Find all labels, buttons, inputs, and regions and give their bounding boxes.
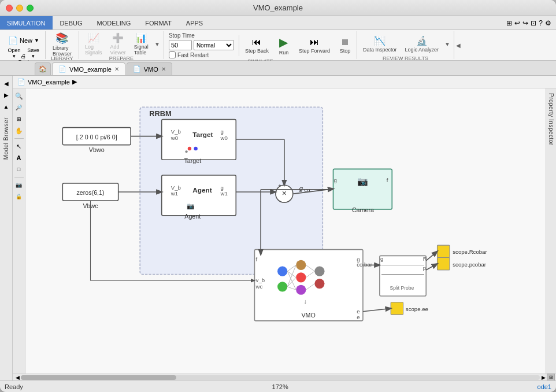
svg-text:f: f xyxy=(256,256,258,262)
svg-rect-70 xyxy=(438,245,450,257)
help-button[interactable]: ? xyxy=(539,19,543,27)
menu-item-format[interactable]: FORMAT xyxy=(138,16,179,29)
add-viewer-button[interactable]: ➕ AddViewer xyxy=(106,32,129,56)
breadcrumb-path[interactable]: VMO_example xyxy=(28,79,70,86)
svg-point-42 xyxy=(296,285,306,295)
svg-point-41 xyxy=(296,272,306,282)
solver-label[interactable]: ode1 xyxy=(538,383,551,390)
save-button[interactable]: Save▾ xyxy=(24,49,42,58)
menu-bar: SIMULATION DEBUG MODELING FORMAT APPS ⊞ … xyxy=(0,16,556,30)
menu-item-simulation[interactable]: SIMULATION xyxy=(0,16,53,29)
prepare-expand[interactable]: ▼ xyxy=(153,41,161,47)
breadcrumb: 📄 VMO_example ▶ xyxy=(13,76,556,88)
svg-text:V_b: V_b xyxy=(171,128,181,135)
svg-point-44 xyxy=(314,279,324,289)
photo-tool[interactable]: 📷 xyxy=(14,180,24,190)
run-button[interactable]: ▶ Run xyxy=(275,34,293,57)
logic-analyzer-button[interactable]: 🔬 Logic Analyzer xyxy=(401,32,442,56)
svg-text:Vbwo: Vbwo xyxy=(89,146,105,153)
tab-vmo-example[interactable]: 📄 VMO_example ✕ xyxy=(52,62,125,75)
titlebar: VMO_example xyxy=(0,0,556,16)
step-back-button[interactable]: ⏮ Step Back xyxy=(242,34,272,57)
toolbar-icon-2[interactable]: ⊡ xyxy=(531,19,536,27)
stop-time-input[interactable] xyxy=(169,40,192,50)
svg-text:w0: w0 xyxy=(220,135,228,141)
svg-text:w1: w1 xyxy=(170,190,178,197)
main-area: ◀ ▶ ▲ Model Browser 📄 VMO_example ▶ 🔍 🔎 … xyxy=(0,76,556,380)
fit-view-tool[interactable]: ⊞ xyxy=(14,114,24,124)
svg-text:Agent: Agent xyxy=(184,213,201,220)
nav-up-button[interactable]: ▲ xyxy=(1,101,12,112)
undo-button[interactable]: ↩ xyxy=(514,19,520,27)
redo-button[interactable]: ↪ xyxy=(522,19,528,27)
main-window: VMO_example SIMULATION DEBUG MODELING FO… xyxy=(0,0,556,392)
svg-text:V_b: V_b xyxy=(171,184,181,191)
step-forward-button[interactable]: ⏭ Step Forward xyxy=(295,34,333,57)
stop-button[interactable]: ⏹ Stop xyxy=(336,34,354,57)
log-signals-button[interactable]: 📈 LogSignals xyxy=(81,32,106,56)
pan-tool[interactable]: ✋ xyxy=(14,125,24,136)
new-button[interactable]: 📄 New ▼ xyxy=(5,32,43,49)
diagram-canvas[interactable]: RRBM [.2 0 0 0 pi/6 0] Vbwo zeros(6,1) V… xyxy=(25,88,546,373)
svg-point-17 xyxy=(194,147,197,150)
home-icon-tab[interactable]: 🏠 xyxy=(35,62,51,75)
ready-status: Ready xyxy=(5,383,23,390)
stop-time-label: Stop Time xyxy=(169,32,234,39)
zoom-level: 172% xyxy=(23,383,538,390)
toolbar-collapse[interactable]: ◀ xyxy=(454,31,462,59)
svg-text:scope.pcobar: scope.pcobar xyxy=(453,261,487,268)
svg-point-38 xyxy=(277,267,287,276)
library-browser-button[interactable]: 📚 LibraryBrowser xyxy=(49,32,75,56)
model-browser-label: Model Browser xyxy=(3,117,9,160)
nav-fwd-button[interactable]: ▶ xyxy=(1,90,12,100)
lock-tool[interactable]: 🔒 xyxy=(14,191,24,202)
svg-point-16 xyxy=(188,147,191,150)
svg-text:g: g xyxy=(221,184,224,191)
annotation-tool[interactable]: □ xyxy=(14,164,24,175)
svg-text:wc: wc xyxy=(255,283,263,290)
menu-item-modeling[interactable]: MODELING xyxy=(90,16,139,29)
breadcrumb-icon: 📄 xyxy=(17,78,25,86)
tab-vmo-close[interactable]: ✕ xyxy=(161,66,166,72)
scroll-track[interactable] xyxy=(21,375,540,380)
minimize-button[interactable] xyxy=(16,5,23,12)
review-expand[interactable]: ▼ xyxy=(443,41,451,47)
svg-text:co,bar: co,bar xyxy=(357,261,373,268)
scroll-left-button[interactable]: ◀ xyxy=(14,375,21,380)
svg-text:[.2 0 0 0 pi/6 0]: [.2 0 0 0 pi/6 0] xyxy=(76,134,117,140)
tab-vmo[interactable]: 📄 VMO ✕ xyxy=(127,62,172,75)
bottom-scrollbar[interactable]: ◀ ▶ ⊞ xyxy=(13,373,556,380)
scroll-corner[interactable]: ⊞ xyxy=(547,373,555,381)
svg-text:g: g xyxy=(221,128,224,135)
zoom-out-tool[interactable]: 🔎 xyxy=(14,102,24,113)
data-inspector-button[interactable]: 📉 Data Inspector xyxy=(359,32,401,56)
diagram-tools: 🔍 🔎 ⊞ ✋ ↖ A □ 📷 🔒 xyxy=(13,88,25,373)
toolbar-icon-1[interactable]: ⊞ xyxy=(506,19,512,27)
fullscreen-button[interactable] xyxy=(27,5,34,12)
svg-text:Camera: Camera xyxy=(352,206,374,213)
scroll-right-button[interactable]: ▶ xyxy=(540,375,547,380)
nav-back-button[interactable]: ◀ xyxy=(1,78,12,88)
scroll-thumb[interactable] xyxy=(21,375,176,380)
close-button[interactable] xyxy=(6,5,13,12)
menu-item-apps[interactable]: APPS xyxy=(179,16,210,29)
left-panel: ◀ ▶ ▲ Model Browser xyxy=(0,76,13,380)
zoom-in-tool[interactable]: 🔍 xyxy=(14,91,24,101)
text-tool[interactable]: A xyxy=(14,153,24,163)
content-wrapper: 📄 VMO_example ▶ 🔍 🔎 ⊞ ✋ ↖ A □ 📷 🔒 xyxy=(13,76,556,380)
fast-restart-checkbox[interactable] xyxy=(169,51,176,58)
svg-text:+: + xyxy=(278,183,281,189)
signal-table-button[interactable]: 📊 SignalTable xyxy=(131,32,152,56)
simulation-mode-select[interactable]: Normal xyxy=(194,40,234,50)
select-tool[interactable]: ↖ xyxy=(14,141,24,151)
tab-vmo-example-close[interactable]: ✕ xyxy=(114,66,119,72)
svg-text:📷: 📷 xyxy=(187,202,195,210)
settings-button[interactable]: ⚙ xyxy=(545,19,551,27)
right-panel: Property Inspector xyxy=(546,88,556,373)
menu-item-debug[interactable]: DEBUG xyxy=(53,16,90,29)
svg-text:scope.Rcobar: scope.Rcobar xyxy=(453,249,487,255)
svg-text:Split Probe: Split Probe xyxy=(390,285,414,291)
svg-text:v_b: v_b xyxy=(256,277,265,283)
svg-text:Agent: Agent xyxy=(192,186,212,194)
svg-rect-72 xyxy=(391,302,403,315)
